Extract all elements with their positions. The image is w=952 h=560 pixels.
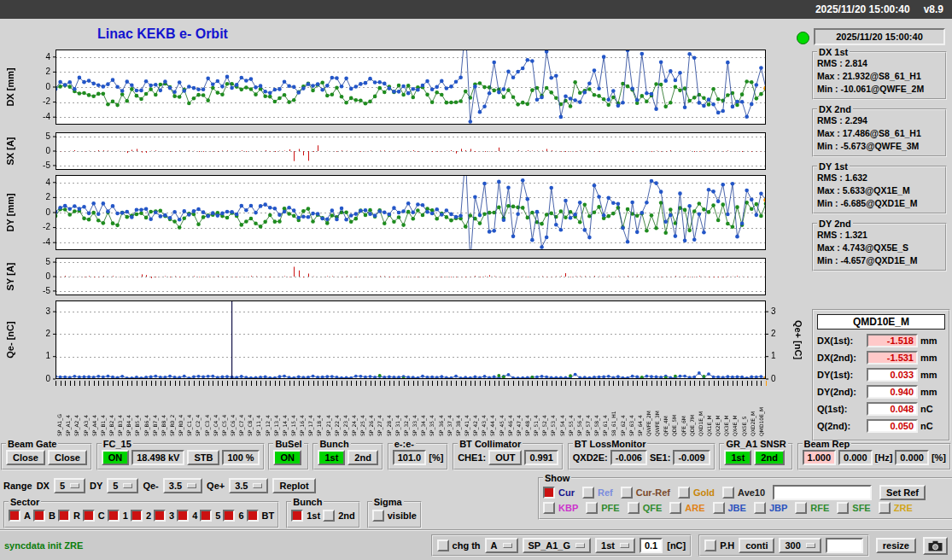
- checkbox-icon: [131, 510, 143, 522]
- show-toggle-gold[interactable]: Gold: [678, 487, 715, 499]
- gr-a1-2nd-button[interactable]: 2nd: [754, 450, 785, 465]
- sector-label: 4: [192, 510, 197, 521]
- ee-ratio-display: 101.0: [393, 450, 427, 465]
- controls-row1: Beam Gate Close Close FC_15 ON 18.498 kV…: [1, 439, 951, 470]
- gr-a1-snsr-frame: GR_A1 SNSR 1st 2nd: [719, 439, 792, 470]
- sector-select[interactable]: A: [485, 538, 518, 553]
- stat-rms: RMS : 2.814: [817, 57, 942, 70]
- bunch-toggle-2nd[interactable]: 2nd: [323, 510, 355, 522]
- optmenu-indicator-icon: [187, 483, 196, 488]
- sector-toggle-3[interactable]: 3: [154, 510, 174, 522]
- selector-row: Sector A B R C 1 2 3 4 5 6 BT Bunch 1st …: [3, 497, 422, 528]
- conti-button[interactable]: conti: [739, 538, 774, 553]
- sector-toggle-c[interactable]: C: [83, 510, 105, 522]
- show-toggle-ave10[interactable]: Ave10: [722, 487, 765, 499]
- qmd-row-dx2: DX(2nd): -1.531 mm: [817, 351, 945, 365]
- checkbox-icon: [200, 510, 212, 522]
- qmd-label: Q(1st):: [817, 404, 864, 414]
- show-toggle-zre[interactable]: ZRE: [879, 502, 913, 514]
- range-dx-value: 5: [60, 481, 65, 491]
- optmenu-indicator-icon: [123, 483, 132, 488]
- show-toggle-ref[interactable]: Ref: [582, 487, 613, 499]
- checkbox-icon: [323, 510, 335, 522]
- sector-toggle-6[interactable]: 6: [223, 510, 243, 522]
- show-toggle-pfe[interactable]: PFE: [586, 502, 619, 514]
- sector-frame: Sector A B R C 1 2 3 4 5 6 BT: [3, 497, 279, 528]
- bunch-1st-button[interactable]: 1st: [318, 450, 345, 465]
- show-toggle-jbp[interactable]: JBP: [754, 502, 787, 514]
- sector-toggle-5[interactable]: 5: [200, 510, 220, 522]
- sector-label: 6: [238, 510, 243, 521]
- points-select[interactable]: 300: [779, 538, 821, 553]
- qmd-unit: mm: [920, 335, 937, 346]
- sector-label: R: [73, 510, 80, 521]
- show-toggle-cur-ref[interactable]: Cur-Ref: [621, 487, 670, 499]
- sector-toggle-r[interactable]: R: [58, 510, 80, 522]
- statusbar: syncdata init ZRE chg th A SP_A1_G 1st 0…: [0, 529, 952, 560]
- set-ref-input[interactable]: [773, 485, 872, 500]
- range-dx-select[interactable]: 5: [54, 478, 85, 493]
- qmd-label: DX(1st):: [817, 335, 864, 346]
- sector-toggle-2[interactable]: 2: [131, 510, 151, 522]
- camera-button[interactable]: [923, 537, 948, 555]
- beam-gate-close-2-button[interactable]: Close: [48, 450, 87, 465]
- show-toggle-kbp[interactable]: KBP: [543, 502, 578, 514]
- range-dy-select[interactable]: 5: [107, 478, 138, 493]
- resize-button[interactable]: resize: [876, 538, 916, 553]
- stat-min: Min : -4.657@QXD1E_M: [817, 254, 942, 267]
- sector-toggle-a[interactable]: A: [9, 510, 31, 522]
- bunch-toggle-1st[interactable]: 1st: [291, 510, 320, 522]
- show-row-1: Cur Ref Cur-Ref Gold Ave10 Set Ref: [543, 485, 951, 500]
- sector-toggle-4[interactable]: 4: [177, 510, 197, 522]
- chg-th-label: chg th: [453, 540, 481, 551]
- show-legend: Show: [543, 473, 571, 483]
- checkbox-icon: [582, 487, 594, 499]
- set-ref-button[interactable]: Set Ref: [879, 485, 926, 500]
- gr-a1-1st-button[interactable]: 1st: [724, 450, 751, 465]
- show-toggle-jbe[interactable]: JBE: [713, 502, 746, 514]
- range-qem-value: 3.5: [169, 481, 182, 491]
- fc15-on-button[interactable]: ON: [102, 450, 130, 465]
- sector-toggle-b[interactable]: B: [33, 510, 55, 522]
- sigma-visible-toggle[interactable]: visible: [372, 510, 417, 522]
- checkbox-icon: [33, 510, 45, 522]
- app-window: 2025/11/20 15:00:40 v8.9 Linac KEKB e- O…: [0, 0, 952, 560]
- che1-out-button[interactable]: OUT: [488, 450, 522, 465]
- orbit-plots-canvas: [0, 44, 807, 439]
- show-toggle-rfe[interactable]: RFE: [795, 502, 829, 514]
- range-qem-select[interactable]: 3.5: [163, 478, 202, 493]
- show-toggle-sfe[interactable]: SFE: [837, 502, 870, 514]
- qmd-value: -1.531: [867, 351, 918, 365]
- beam-rep-frame: Beam Rep 1.000 0.000 [Hz] 0.000 [%]: [797, 439, 951, 470]
- qmd-row-dy2: DY(2nd): 0.940 mm: [817, 385, 945, 399]
- range-qep-select[interactable]: 3.5: [229, 478, 268, 493]
- monitor-select[interactable]: SP_A1_G: [523, 538, 592, 553]
- page-title: Linac KEKB e- Orbit: [97, 26, 228, 42]
- beam-gate-close-1-button[interactable]: Close: [6, 450, 45, 465]
- bunch-order-select[interactable]: 1st: [595, 538, 635, 553]
- replot-button[interactable]: Replot: [272, 478, 315, 493]
- fc15-stb-button[interactable]: STB: [187, 450, 219, 465]
- sector-toggle-1[interactable]: 1: [108, 510, 128, 522]
- qmd-label: DY(2nd):: [817, 387, 864, 397]
- points-input[interactable]: [826, 538, 863, 553]
- show-label: PFE: [601, 503, 619, 513]
- checkbox-icon: [247, 510, 259, 522]
- busel-on-button[interactable]: ON: [273, 450, 301, 465]
- qmd-value: 0.048: [867, 402, 918, 416]
- bunch-2nd-button[interactable]: 2nd: [348, 450, 378, 465]
- show-toggle-cur[interactable]: Cur: [543, 487, 575, 499]
- show-toggle-qfe[interactable]: QFE: [628, 502, 663, 514]
- checkbox-icon: [223, 510, 235, 522]
- checkbox-icon: [291, 510, 303, 522]
- sector-label: B: [49, 510, 55, 521]
- sector-toggle-bt[interactable]: BT: [247, 510, 275, 522]
- qmd-label: DX(2nd):: [817, 353, 864, 363]
- ph-toggle[interactable]: P.H: [704, 540, 734, 551]
- show-label: SFE: [852, 503, 870, 513]
- show-toggle-are[interactable]: ARE: [669, 502, 704, 514]
- bunch-frame: Bunch 1st 2nd: [312, 439, 383, 470]
- chg-th-toggle[interactable]: chg th: [437, 540, 481, 551]
- qmd-title: QMD10E_M: [817, 314, 945, 330]
- checkbox-icon: [713, 502, 725, 514]
